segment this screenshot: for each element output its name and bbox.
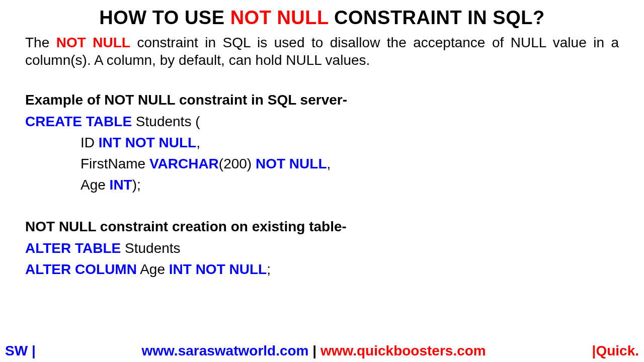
intro-part1: The <box>25 35 56 50</box>
code-line: CREATE TABLE Students ( <box>25 111 619 132</box>
page-title: HOW TO USE NOT NULL CONSTRAINT IN SQL? <box>25 7 619 29</box>
code-text: (200) <box>219 156 256 171</box>
code-text: Students ( <box>132 114 200 129</box>
sql-keyword: CREATE TABLE <box>25 114 132 129</box>
sql-keyword: ALTER COLUMN <box>25 261 137 277</box>
code-text: , <box>327 156 331 171</box>
footer-right: |Quick. <box>592 343 639 359</box>
sql-keyword: INT NOT NULL <box>99 135 196 150</box>
sql-keyword: ALTER TABLE <box>25 240 121 256</box>
sql-keyword: INT NOT NULL <box>169 261 267 277</box>
code-text: ID <box>80 135 99 150</box>
example2-heading: NOT NULL constraint creation on existing… <box>25 219 619 235</box>
sql-keyword: INT <box>110 177 132 193</box>
footer: SW | www.saraswatworld.com | www.quickbo… <box>0 343 644 359</box>
code-text: ); <box>132 177 141 193</box>
code-line: ALTER TABLE Students <box>25 238 619 259</box>
footer-url2: www.quickboosters.com <box>320 343 486 358</box>
code-text: Age <box>137 261 169 277</box>
example1-heading: Example of NOT NULL constraint in SQL se… <box>25 92 619 108</box>
sql-keyword: NOT NULL <box>256 156 327 171</box>
intro-paragraph: The NOT NULL constraint in SQL is used t… <box>25 34 619 69</box>
footer-center: www.saraswatworld.com | www.quickbooster… <box>142 343 486 359</box>
document-body: HOW TO USE NOT NULL CONSTRAINT IN SQL? T… <box>0 0 644 280</box>
code-line: ID INT NOT NULL, <box>25 132 619 153</box>
code-text: Students <box>121 240 180 256</box>
example1-code: CREATE TABLE Students ( ID INT NOT NULL,… <box>25 111 619 196</box>
code-text: FirstName <box>80 156 149 171</box>
sql-keyword: VARCHAR <box>149 156 219 171</box>
title-highlight: NOT NULL <box>230 7 329 28</box>
example2-code: ALTER TABLE Students ALTER COLUMN Age IN… <box>25 238 619 280</box>
footer-sep: | <box>309 343 320 358</box>
spacer <box>25 196 619 219</box>
title-part1: HOW TO USE <box>99 7 230 28</box>
code-text: ; <box>267 261 271 277</box>
intro-highlight: NOT NULL <box>56 35 130 50</box>
code-line: FirstName VARCHAR(200) NOT NULL, <box>25 153 619 174</box>
code-line: Age INT); <box>25 174 619 196</box>
title-part2: CONSTRAINT IN SQL? <box>329 7 545 28</box>
code-text: , <box>196 135 200 150</box>
footer-url1: www.saraswatworld.com <box>142 343 309 358</box>
code-line: ALTER COLUMN Age INT NOT NULL; <box>25 259 619 280</box>
code-text: Age <box>80 177 110 193</box>
footer-left: SW | <box>5 343 36 359</box>
